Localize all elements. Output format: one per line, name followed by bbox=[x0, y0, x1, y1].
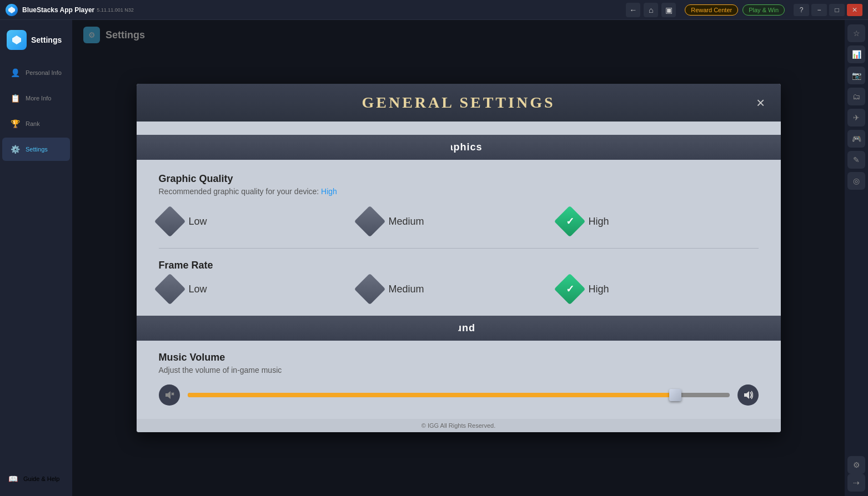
back-button[interactable]: ← bbox=[626, 3, 640, 17]
modal-close-button[interactable]: × bbox=[751, 93, 771, 113]
settings-icon: ⚙️ bbox=[9, 143, 21, 155]
right-icon-3[interactable]: 📷 bbox=[847, 67, 865, 84]
right-icon-4[interactable]: 🗂 bbox=[847, 88, 865, 105]
nav-buttons: ← ⌂ ▣ bbox=[626, 3, 676, 17]
graphics-header-label: Graphics bbox=[434, 141, 482, 153]
right-icon-6[interactable]: 🎮 bbox=[847, 130, 865, 148]
right-icon-1[interactable]: ☆ bbox=[847, 24, 865, 42]
volume-slider-thumb[interactable] bbox=[669, 389, 681, 401]
frame-rate-high[interactable]: ✓ High bbox=[559, 274, 759, 305]
music-volume-section: Music Volume Adjust the volume of in-gam… bbox=[159, 352, 759, 406]
content-area: ⚙ Settings GENERAL SETTINGS × Graphics bbox=[72, 20, 845, 496]
quality-low-diamond bbox=[154, 206, 185, 237]
frame-rate-row: Low Medium ✓ High bbox=[159, 274, 759, 305]
right-icon-8[interactable]: ◎ bbox=[847, 172, 865, 190]
quality-high-label: High bbox=[589, 216, 609, 227]
svg-marker-5 bbox=[744, 391, 749, 399]
main-area: Settings 👤 Personal Info 📋 More Info 🏆 R… bbox=[0, 20, 868, 496]
modal-body: Graphics Graphic Quality Recommended gra… bbox=[137, 122, 781, 419]
loud-icon-button[interactable] bbox=[737, 384, 759, 406]
sidebar-label-personal: Personal Info bbox=[26, 69, 62, 76]
music-volume-subtitle: Adjust the volume of in-game music bbox=[159, 366, 759, 374]
frame-medium-diamond bbox=[354, 274, 385, 305]
mute-icon-button[interactable] bbox=[159, 384, 180, 406]
svg-marker-0 bbox=[8, 7, 15, 13]
help-button[interactable]: ? bbox=[794, 4, 809, 16]
app-logo bbox=[6, 4, 18, 16]
maximize-button[interactable]: □ bbox=[829, 4, 845, 16]
frame-low-label: Low bbox=[189, 284, 207, 295]
sidebar-brand: Settings bbox=[0, 26, 72, 54]
app-version: 5.11.11.001 N32 bbox=[97, 7, 134, 13]
general-settings-modal: GENERAL SETTINGS × Graphics Graphic Qual… bbox=[137, 84, 781, 432]
svg-marker-1 bbox=[12, 36, 21, 44]
right-icon-2[interactable]: 📊 bbox=[847, 45, 865, 63]
home-button[interactable]: ⌂ bbox=[644, 3, 658, 17]
quality-divider bbox=[159, 248, 759, 249]
minimize-button[interactable]: − bbox=[811, 4, 827, 16]
modal-title: GENERAL SETTINGS bbox=[362, 94, 555, 111]
right-icon-5[interactable]: ✈ bbox=[847, 109, 865, 126]
graphics-section-header: Graphics bbox=[137, 135, 781, 160]
frame-medium-label: Medium bbox=[389, 284, 424, 295]
sidebar-label-guide: Guide & Help bbox=[23, 475, 59, 482]
sidebar-item-guide[interactable]: 📖 Guide & Help bbox=[0, 467, 72, 490]
sound-header-label: Sound bbox=[441, 322, 475, 333]
sidebar-label-ranking: Rank bbox=[26, 120, 40, 127]
graphic-quality-title: Graphic Quality bbox=[159, 173, 759, 185]
person-icon: 👤 bbox=[9, 67, 21, 79]
sidebar: Settings 👤 Personal Info 📋 More Info 🏆 R… bbox=[0, 20, 72, 496]
graphic-quality-medium[interactable]: Medium bbox=[359, 206, 559, 237]
frame-high-checkmark: ✓ bbox=[565, 283, 574, 295]
guide-icon: 📖 bbox=[7, 473, 19, 485]
quality-high-checkmark: ✓ bbox=[565, 215, 574, 227]
play-win-button[interactable]: Play & Win bbox=[742, 4, 785, 16]
sound-section-header: Sound bbox=[137, 316, 781, 341]
ranking-icon: 🏆 bbox=[9, 118, 21, 130]
sidebar-item-more[interactable]: 📋 More Info bbox=[2, 87, 70, 110]
quality-high-diamond: ✓ bbox=[554, 206, 585, 237]
right-settings-icon[interactable]: ⚙ bbox=[847, 456, 865, 474]
music-volume-title: Music Volume bbox=[159, 352, 759, 363]
quality-medium-diamond bbox=[354, 206, 385, 237]
right-sidebar: ☆ 📊 📷 🗂 ✈ 🎮 ✎ ◎ ⚙ ⇢ bbox=[845, 20, 868, 496]
modal-overlay: GENERAL SETTINGS × Graphics Graphic Qual… bbox=[72, 20, 845, 496]
sidebar-label-more: More Info bbox=[26, 95, 51, 102]
quality-medium-label: Medium bbox=[389, 216, 424, 227]
modal-title-bar: GENERAL SETTINGS × bbox=[137, 84, 781, 122]
sidebar-label-settings: Settings bbox=[26, 146, 48, 153]
sidebar-item-ranking[interactable]: 🏆 Rank bbox=[2, 112, 70, 135]
graphic-quality-high[interactable]: ✓ High bbox=[559, 206, 759, 237]
right-bottom: ⚙ ⇢ bbox=[847, 456, 865, 492]
frame-rate-medium[interactable]: Medium bbox=[359, 274, 559, 305]
svg-marker-2 bbox=[165, 391, 170, 399]
info-icon: 📋 bbox=[9, 92, 21, 104]
frame-rate-section: Frame Rate Low Medium bbox=[159, 260, 759, 305]
graphic-quality-section: Graphic Quality Recommended graphic qual… bbox=[159, 173, 759, 237]
brand-icon bbox=[7, 30, 27, 50]
graphic-quality-low[interactable]: Low bbox=[159, 206, 359, 237]
graphic-quality-row: Low Medium ✓ High bbox=[159, 206, 759, 237]
recent-button[interactable]: ▣ bbox=[661, 3, 676, 17]
right-expand-icon[interactable]: ⇢ bbox=[847, 474, 865, 492]
quality-low-label: Low bbox=[189, 216, 207, 227]
frame-rate-low[interactable]: Low bbox=[159, 274, 359, 305]
modal-footer: © IGG All Rights Reserved. bbox=[137, 419, 781, 432]
sidebar-item-personal[interactable]: 👤 Personal Info bbox=[2, 61, 70, 84]
sidebar-item-settings[interactable]: ⚙️ Settings bbox=[2, 138, 70, 161]
frame-high-label: High bbox=[589, 284, 609, 295]
frame-high-diamond: ✓ bbox=[554, 274, 585, 305]
volume-slider-fill bbox=[188, 393, 675, 397]
right-icon-7[interactable]: ✎ bbox=[847, 151, 865, 169]
volume-row bbox=[159, 384, 759, 406]
reward-center-button[interactable]: Reward Center bbox=[685, 4, 738, 16]
sidebar-title: Settings bbox=[31, 36, 62, 44]
graphic-quality-subtitle: Recommended graphic quality for your dev… bbox=[159, 187, 759, 196]
volume-slider-track[interactable] bbox=[188, 393, 730, 397]
close-button[interactable]: ✕ bbox=[847, 4, 862, 16]
window-controls: ? − □ ✕ bbox=[794, 4, 862, 16]
app-name: BlueStacks App Player bbox=[22, 6, 94, 14]
frame-low-diamond bbox=[154, 274, 185, 305]
frame-rate-title: Frame Rate bbox=[159, 260, 759, 271]
topbar: BlueStacks App Player 5.11.11.001 N32 ← … bbox=[0, 0, 868, 20]
